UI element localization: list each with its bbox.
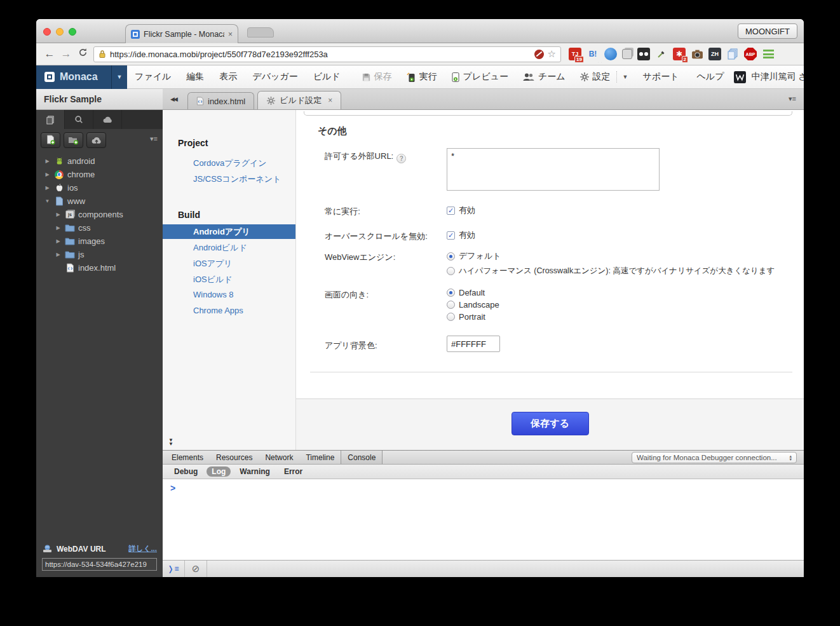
filter-warning[interactable]: Warning bbox=[234, 466, 275, 477]
camera-extension-icon[interactable] bbox=[691, 48, 703, 60]
chevron-down-icon[interactable]: ▼ bbox=[623, 74, 628, 80]
url-bar[interactable]: https://ide.monaca.mobi/project/550f778d… bbox=[93, 46, 561, 62]
reload-button[interactable] bbox=[74, 48, 91, 60]
new-folder-button[interactable] bbox=[64, 132, 83, 148]
filter-log[interactable]: Log bbox=[207, 466, 231, 477]
menu-build[interactable]: ビルド bbox=[306, 71, 348, 83]
upload-button[interactable] bbox=[86, 132, 106, 148]
globe-extension-icon[interactable] bbox=[604, 48, 617, 60]
adblock-extension-icon[interactable]: ABP bbox=[744, 48, 757, 60]
webdav-url-input[interactable] bbox=[42, 558, 157, 571]
zh-extension-icon[interactable]: ZH bbox=[708, 48, 721, 60]
nav-item-android-app[interactable]: Androidアプリ bbox=[163, 224, 295, 239]
always-run-checkbox[interactable] bbox=[447, 207, 455, 215]
monaca-logo-dropdown[interactable]: ▼ bbox=[111, 65, 127, 89]
dbg-tab-elements[interactable]: Elements bbox=[165, 451, 210, 464]
eyedropper-extension-icon[interactable] bbox=[655, 48, 668, 60]
dbg-tab-resources[interactable]: Resources bbox=[210, 451, 259, 464]
nav-item-ios-build[interactable]: iOSビルド bbox=[193, 274, 233, 285]
orientation-portrait-radio[interactable] bbox=[447, 313, 455, 321]
photos-extension-icon[interactable] bbox=[622, 49, 632, 59]
chevron-right-icon[interactable] bbox=[55, 238, 62, 244]
external-url-textarea[interactable]: * bbox=[447, 148, 660, 191]
orientation-default-radio[interactable] bbox=[447, 289, 455, 297]
user-name[interactable]: 中津川篤司 さん bbox=[749, 71, 804, 83]
tree-item-images[interactable]: images bbox=[36, 235, 163, 248]
tree-item-www[interactable]: www bbox=[36, 194, 163, 208]
user-avatar[interactable] bbox=[734, 71, 746, 83]
binoculars-extension-icon[interactable] bbox=[637, 48, 650, 60]
bookmark-star-icon[interactable] bbox=[548, 48, 556, 60]
forward-button[interactable]: → bbox=[58, 48, 74, 60]
url-text[interactable]: https://ide.monaca.mobi/project/550f778d… bbox=[110, 50, 531, 59]
filter-error[interactable]: Error bbox=[279, 466, 308, 477]
close-window-button[interactable] bbox=[43, 28, 51, 36]
nav-item-ios-app[interactable]: iOSアプリ bbox=[193, 258, 233, 269]
run-button[interactable]: 実行 bbox=[399, 71, 444, 83]
tree-item-chrome[interactable]: chrome bbox=[36, 168, 163, 181]
tree-item-css[interactable]: css bbox=[36, 221, 163, 235]
sidebar-menu-icon[interactable]: ▾≡ bbox=[150, 135, 158, 143]
tree-item-ios[interactable]: ios bbox=[36, 181, 163, 194]
nav-item-windows8[interactable]: Windows 8 bbox=[193, 290, 234, 299]
new-file-button[interactable] bbox=[41, 132, 60, 148]
menu-edit[interactable]: 編集 bbox=[179, 71, 212, 83]
tab-search[interactable] bbox=[65, 110, 93, 129]
clear-console-button[interactable] bbox=[185, 561, 207, 577]
tj-extension-icon[interactable]: TJ19 bbox=[569, 48, 581, 60]
chevron-right-icon[interactable] bbox=[55, 252, 62, 257]
tab-file-tree[interactable] bbox=[36, 110, 65, 129]
filter-debug[interactable]: Debug bbox=[169, 466, 203, 477]
webview-crosswalk-radio[interactable] bbox=[447, 267, 455, 275]
tab-close-icon[interactable]: × bbox=[328, 96, 332, 105]
tree-item-components[interactable]: js components bbox=[36, 208, 163, 221]
dbg-tab-console[interactable]: Console bbox=[341, 451, 383, 464]
dbg-tab-timeline[interactable]: Timeline bbox=[299, 451, 341, 464]
tree-item-android[interactable]: android bbox=[36, 154, 163, 168]
help-link[interactable]: ヘルプ bbox=[689, 71, 731, 83]
nav-item-chrome-apps[interactable]: Chrome Apps bbox=[193, 306, 243, 315]
chevron-right-icon[interactable] bbox=[55, 212, 62, 217]
menu-debugger[interactable]: デバッガー bbox=[245, 71, 305, 83]
hatena-extension-icon[interactable]: B! bbox=[586, 48, 599, 60]
tree-item-index-html[interactable]: index.html bbox=[36, 261, 163, 275]
chevron-right-icon[interactable] bbox=[44, 158, 51, 164]
monaca-logo[interactable]: Monaca bbox=[36, 65, 111, 89]
moongift-badge[interactable]: MOONGIFT bbox=[738, 24, 797, 39]
nav-item-cordova-plugins[interactable]: Cordovaプラグイン bbox=[193, 158, 267, 169]
nav-item-js-css-components[interactable]: JS/CSSコンポーネント bbox=[193, 174, 281, 185]
nav-item-android-build[interactable]: Androidビルド bbox=[193, 242, 247, 254]
team-button[interactable]: チーム bbox=[515, 71, 572, 83]
settings-button[interactable]: 設定 ▼ bbox=[572, 71, 635, 83]
zoom-window-button[interactable] bbox=[69, 28, 76, 36]
bgcolor-input[interactable] bbox=[447, 336, 500, 352]
save-button[interactable]: 保存 bbox=[355, 71, 399, 83]
scroll-to-bottom-icon[interactable] bbox=[168, 439, 173, 446]
webview-default-radio[interactable] bbox=[447, 252, 455, 261]
collapse-sidebar-icon[interactable] bbox=[163, 89, 184, 109]
console-output[interactable]: > bbox=[163, 479, 804, 560]
editor-tab-build-settings[interactable]: ビルド設定 × bbox=[257, 91, 341, 109]
show-console-button[interactable] bbox=[163, 561, 185, 577]
help-icon[interactable]: ? bbox=[396, 154, 406, 163]
menu-file[interactable]: ファイル bbox=[127, 71, 179, 83]
chevron-down-icon[interactable] bbox=[44, 198, 51, 204]
chevron-right-icon[interactable] bbox=[44, 172, 51, 177]
tab-cloud[interactable] bbox=[93, 110, 122, 129]
back-button[interactable]: ← bbox=[41, 48, 58, 60]
tab-list-icon[interactable]: ▾≡ bbox=[789, 95, 796, 103]
webdav-details-link[interactable]: 詳しく... bbox=[128, 544, 157, 554]
browser-tab[interactable]: Flickr Sample - Monaca × bbox=[125, 24, 238, 43]
overscroll-checkbox[interactable] bbox=[447, 231, 455, 240]
new-tab-button[interactable] bbox=[247, 27, 274, 37]
https-warning-lock-icon[interactable] bbox=[98, 50, 106, 58]
preview-button[interactable]: プレビュー bbox=[444, 71, 515, 83]
debugger-connection-select[interactable]: Waiting for Monaca Debugger connection..… bbox=[632, 452, 797, 463]
dbg-tab-network[interactable]: Network bbox=[259, 451, 299, 464]
support-link[interactable]: サポート bbox=[635, 71, 687, 83]
docs-extension-icon[interactable] bbox=[726, 48, 739, 60]
plugin-blocked-icon[interactable] bbox=[534, 50, 544, 59]
minimize-window-button[interactable] bbox=[56, 28, 64, 36]
editor-tab-index-html[interactable]: index.html bbox=[187, 92, 254, 109]
orientation-landscape-radio[interactable] bbox=[447, 301, 455, 309]
